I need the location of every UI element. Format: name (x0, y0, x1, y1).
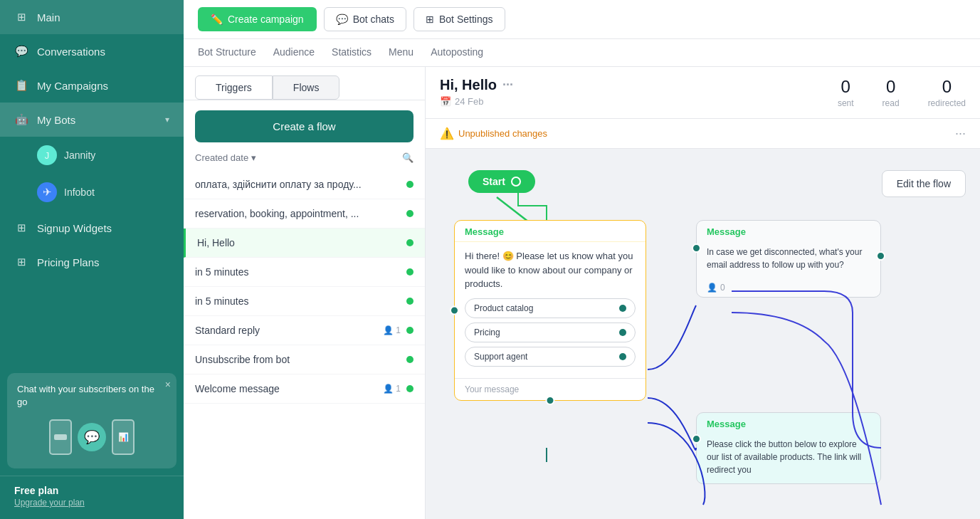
tab-triggers[interactable]: Triggers (195, 75, 273, 100)
subnav-audience[interactable]: Audience (273, 39, 315, 66)
active-dot (406, 385, 413, 392)
calendar-icon: 📅 (440, 96, 451, 107)
message-2-user-count: 👤 0 (697, 278, 880, 297)
subnav-statistics[interactable]: Statistics (332, 39, 372, 66)
message-card-2-body: In case we get disconnected, what's your… (697, 241, 880, 278)
active-dot (406, 356, 413, 363)
bot-name-jannity: Jannity (64, 150, 95, 161)
flow-list: оплата, здійснити оплату за проду... res… (184, 170, 425, 519)
start-label: Start (483, 176, 505, 187)
unpublished-badge: ⚠️ Unpublished changes (440, 127, 547, 140)
user-count: 👤 1 (383, 325, 401, 335)
stat-redirected: 0 redirected (928, 77, 966, 108)
message-btn-product[interactable]: Product catalog (465, 298, 636, 318)
active-dot (406, 327, 413, 334)
user-count: 👤 1 (383, 384, 401, 394)
sidebar-item-signup-widgets[interactable]: ⊞ Signup Widgets (0, 211, 184, 245)
connector-bottom (546, 396, 555, 405)
bots-icon: 🤖 (14, 112, 28, 127)
message-card-1-text: Hi there! 😊 Please let us know what you … (465, 249, 636, 291)
message-card-2: Message In case we get disconnected, wha… (696, 220, 881, 298)
flow-item-5[interactable]: in 5 minutes (184, 287, 425, 316)
connector-left-2 (692, 243, 701, 253)
flow-date-text: 24 Feb (455, 96, 483, 107)
message-card-3: Message Please click the button below to… (696, 412, 881, 484)
message-card-1: Message Hi there! 😊 Please let us know w… (454, 220, 646, 401)
stat-sent: 0 sent (838, 77, 854, 108)
promo-box: × Chat with your subscribers on the go 💬… (7, 373, 176, 468)
flow-name: Unsubscribe from bot (195, 354, 290, 365)
filter-created-date[interactable]: Created date ▾ (195, 152, 256, 163)
sidebar-item-campaigns[interactable]: 📋 My Campaigns (0, 68, 184, 103)
active-dot (406, 210, 413, 217)
bot-chats-button[interactable]: 💬 Bot chats (324, 7, 406, 31)
filter-bar: Created date ▾ 🔍 (184, 152, 425, 170)
sidebar-item-infobot[interactable]: ✈ Infobot (0, 174, 184, 211)
bot-settings-button[interactable]: ⊞ Bot Settings (413, 7, 505, 31)
flow-item-standard-reply[interactable]: Standard reply 👤 1 (184, 316, 425, 345)
flow-item-3[interactable]: Hi, Hello (184, 229, 425, 258)
bot-avatar-jannity: J (37, 145, 57, 165)
flow-name: оплата, здійснити оплату за проду... (195, 179, 362, 190)
start-circle (511, 177, 521, 187)
sidebar-item-label: Signup Widgets (37, 222, 112, 234)
upgrade-plan-link[interactable]: Upgrade your plan (14, 498, 169, 508)
flow-name: Standard reply (195, 325, 260, 336)
chevron-down-icon: ▾ (251, 152, 256, 163)
create-campaign-button[interactable]: ✏️ Create campaign (198, 7, 317, 31)
promo-illustration: 💬 📊 (17, 416, 167, 458)
user-icon: 👤 (707, 283, 717, 293)
flow-item-4[interactable]: in 5 minutes (184, 258, 425, 287)
promo-chat-icon: 💬 (78, 423, 106, 451)
connector-left-3 (692, 434, 701, 444)
subnav-autoposting[interactable]: Autoposting (431, 39, 483, 66)
sidebar-bottom: × Chat with your subscribers on the go 💬… (0, 366, 184, 519)
sidebar-item-jannity[interactable]: J Jannity (0, 137, 184, 174)
promo-close-button[interactable]: × (165, 379, 171, 390)
tab-flows[interactable]: Flows (273, 75, 340, 100)
sidebar-item-conversations[interactable]: 💬 Conversations (0, 34, 184, 68)
main-icon: ⊞ (14, 10, 28, 24)
plan-name: Free plan (14, 485, 169, 496)
conversations-icon: 💬 (14, 44, 28, 58)
more-options-button[interactable]: ··· (955, 126, 966, 141)
subnav-bot-structure[interactable]: Bot Structure (198, 39, 256, 66)
create-flow-button[interactable]: Create a flow (195, 110, 413, 142)
search-button[interactable]: 🔍 (402, 152, 413, 163)
flow-canvas: Start Edit the flow Message Hi there! 😊 … (426, 149, 980, 519)
subnav-menu[interactable]: Menu (389, 39, 413, 66)
main-content: ✏️ Create campaign 💬 Bot chats ⊞ Bot Set… (184, 0, 980, 519)
flow-item-unsubscribe[interactable]: Unsubscribe from bot (184, 345, 425, 374)
edit-icon: ✏️ (211, 14, 223, 25)
flow-item-2[interactable]: reservation, booking, appointment, ... (184, 199, 425, 229)
message-card-3-header: Message (697, 413, 880, 434)
sidebar-item-label: Pricing Plans (37, 256, 100, 268)
message-btn-support[interactable]: Support agent (465, 347, 636, 367)
edit-flow-button[interactable]: Edit the flow (882, 170, 966, 197)
sidebar-item-label: My Bots (37, 114, 75, 126)
flow-name: reservation, booking, appointment, ... (195, 208, 359, 219)
chevron-down-icon: ▾ (165, 115, 169, 125)
unpublished-text: Unpublished changes (458, 128, 547, 139)
sidebar-item-main[interactable]: ⊞ Main (0, 0, 184, 34)
flow-name: in 5 minutes (195, 295, 248, 307)
panel-tabs: Triggers Flows (184, 67, 425, 100)
flow-title-text: Hi, Hello (440, 77, 497, 93)
flow-item-1[interactable]: оплата, здійснити оплату за проду... (184, 170, 425, 199)
sidebar-item-my-bots[interactable]: 🤖 My Bots ▾ (0, 103, 184, 137)
signup-icon: ⊞ (14, 221, 28, 235)
sidebar-plan: Free plan Upgrade your plan (0, 476, 184, 519)
message-card-1-header: Message (455, 221, 646, 242)
flow-header: Hi, Hello ··· 📅 24 Feb 0 sent 0 (426, 67, 980, 119)
connector-right-2 (876, 251, 885, 261)
chat-icon: 💬 (336, 14, 348, 25)
active-dot (406, 268, 413, 276)
flow-name: in 5 minutes (195, 266, 248, 278)
top-bar: ✏️ Create campaign 💬 Bot chats ⊞ Bot Set… (184, 0, 980, 39)
sidebar-item-pricing-plans[interactable]: ⊞ Pricing Plans (0, 245, 184, 279)
message-btn-pricing[interactable]: Pricing (465, 323, 636, 342)
flow-item-welcome[interactable]: Welcome message 👤 1 (184, 374, 425, 404)
flow-options-button[interactable]: ··· (502, 78, 513, 93)
sidebar-item-label: Main (37, 11, 60, 23)
active-dot (406, 298, 413, 305)
